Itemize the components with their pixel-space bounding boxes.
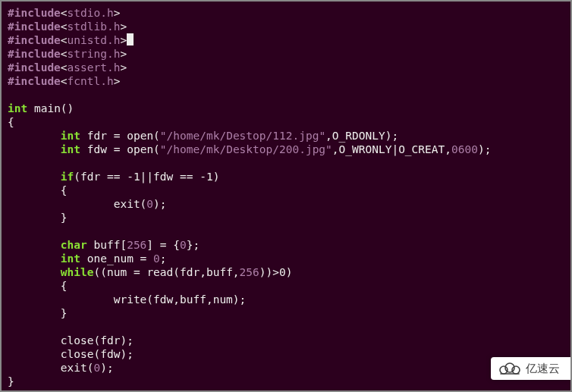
line-if: if(fdr == -1||fdw == -1) (61, 171, 220, 183)
line-write: write(fdw,buff,num); (114, 293, 247, 306)
line-buf: char buff[256] = {0}; (61, 239, 200, 251)
line-close2: close(fdw); (61, 348, 134, 360)
line-one-num: int one_num = 0; (61, 252, 167, 265)
line-close1: close(fdr); (61, 334, 134, 347)
watermark-badge: 亿速云 (491, 357, 570, 380)
watermark-text: 亿速云 (526, 362, 560, 375)
line-include: #include<unistd.h> (8, 34, 134, 46)
line-include: #include<stdlib.h> (8, 20, 127, 33)
line-include: #include<assert.h> (8, 61, 127, 74)
line-exit2: exit(0); (61, 362, 114, 374)
line-exit: exit(0); (114, 198, 167, 210)
line-func-sig: int main() (8, 102, 74, 114)
line-while: while((num = read(fdr,buff,256))>0) (61, 266, 293, 278)
text-cursor (127, 33, 134, 45)
line-include: #include<stdio.h> (8, 7, 120, 19)
line-include: #include<fcntl.h> (8, 75, 120, 87)
cloud-icon (498, 362, 521, 375)
line-fdr: int fdr = open("/home/mk/Destop/112.jpg"… (61, 130, 398, 142)
code-editor[interactable]: #include<stdio.h> #include<stdlib.h> #in… (2, 2, 570, 392)
line-fdw: int fdw = open("/home/mk/Desktop/200.jpg… (61, 143, 492, 155)
line-include: #include<string.h> (8, 48, 127, 60)
